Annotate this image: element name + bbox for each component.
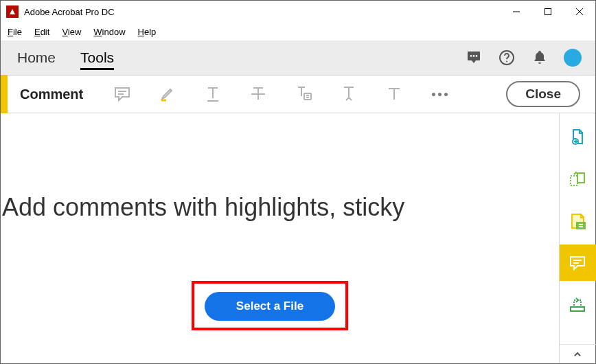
window-title: Adobe Acrobat Pro DC <box>24 7 115 17</box>
maximize-button[interactable] <box>532 1 564 23</box>
svg-rect-19 <box>577 223 585 229</box>
add-text-icon[interactable] <box>384 84 404 104</box>
nav-tabs: Home Tools <box>1 41 595 75</box>
notifications-icon[interactable] <box>465 49 483 67</box>
help-icon[interactable] <box>498 49 516 67</box>
titlebar: Adobe Acrobat Pro DC <box>1 1 595 23</box>
comment-toolbar: Comment Close <box>1 75 595 113</box>
underline-text-icon[interactable] <box>203 84 223 104</box>
text-replace-icon[interactable] <box>339 84 359 104</box>
menu-edit[interactable]: Edit <box>34 27 49 37</box>
svg-rect-1 <box>545 9 551 15</box>
acrobat-app-icon <box>6 5 19 18</box>
svg-rect-13 <box>304 93 311 100</box>
sidebar-collapse-icon[interactable] <box>560 344 596 363</box>
svg-point-5 <box>473 55 475 57</box>
menu-window[interactable]: Window <box>93 27 125 37</box>
sidebar-fill-sign-icon[interactable] <box>560 203 596 239</box>
svg-rect-17 <box>577 173 584 183</box>
strikethrough-text-icon[interactable] <box>248 84 268 104</box>
sidebar-export-pdf-icon[interactable] <box>560 119 596 155</box>
highlighter-icon[interactable] <box>157 84 178 104</box>
account-avatar[interactable] <box>564 49 582 67</box>
sidebar-comment-icon[interactable] <box>560 244 596 281</box>
minimize-button[interactable] <box>501 1 532 23</box>
headline-text: Add comments with highlights, sticky <box>2 193 404 222</box>
app-window: Adobe Acrobat Pro DC File Edit View Wind… <box>0 0 596 364</box>
svg-point-6 <box>476 55 478 57</box>
menu-view[interactable]: View <box>62 27 81 37</box>
svg-rect-18 <box>571 176 577 185</box>
tab-home[interactable]: Home <box>17 41 56 75</box>
menubar: File Edit View Window Help <box>1 23 595 41</box>
svg-point-4 <box>470 55 472 57</box>
sidebar-organize-pages-icon[interactable] <box>560 161 596 197</box>
text-callout-icon[interactable] <box>293 84 314 104</box>
main-pane: Add comments with highlights, sticky Sel… <box>1 113 559 363</box>
toolbar-title: Comment <box>20 87 83 102</box>
svg-point-8 <box>506 61 507 62</box>
close-window-button[interactable] <box>564 1 595 23</box>
right-tools-sidebar <box>559 113 595 363</box>
more-tools-icon[interactable] <box>429 93 450 96</box>
select-file-button[interactable]: Select a File <box>205 292 335 321</box>
menu-help[interactable]: Help <box>138 27 157 37</box>
content-area: Add comments with highlights, sticky Sel… <box>1 113 595 363</box>
bell-icon[interactable] <box>531 49 549 67</box>
sticky-note-icon[interactable] <box>112 84 133 104</box>
toolbar-accent-stripe <box>1 75 8 113</box>
sidebar-stamp-icon[interactable] <box>560 286 596 323</box>
close-button[interactable]: Close <box>506 81 580 107</box>
menu-file[interactable]: File <box>8 27 22 37</box>
tab-tools[interactable]: Tools <box>80 41 114 75</box>
